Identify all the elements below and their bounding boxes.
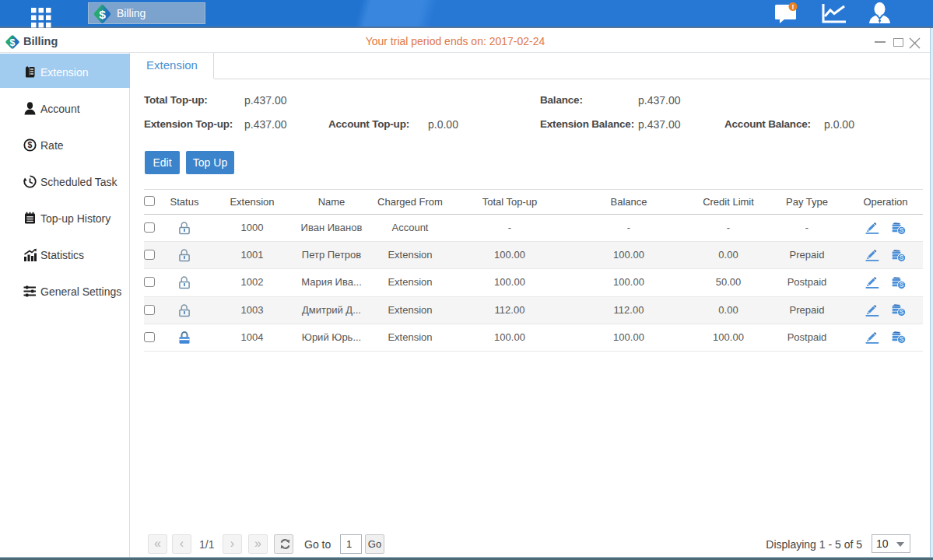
svg-text:S: S	[900, 254, 904, 261]
svg-text:S: S	[900, 226, 904, 234]
svg-text:S: S	[900, 336, 904, 344]
svg-text:!: !	[792, 3, 794, 11]
svg-text:S: S	[900, 308, 904, 316]
svg-text:$: $	[28, 140, 33, 149]
svg-text:S: S	[900, 281, 904, 289]
svg-text:$: $	[99, 8, 106, 21]
